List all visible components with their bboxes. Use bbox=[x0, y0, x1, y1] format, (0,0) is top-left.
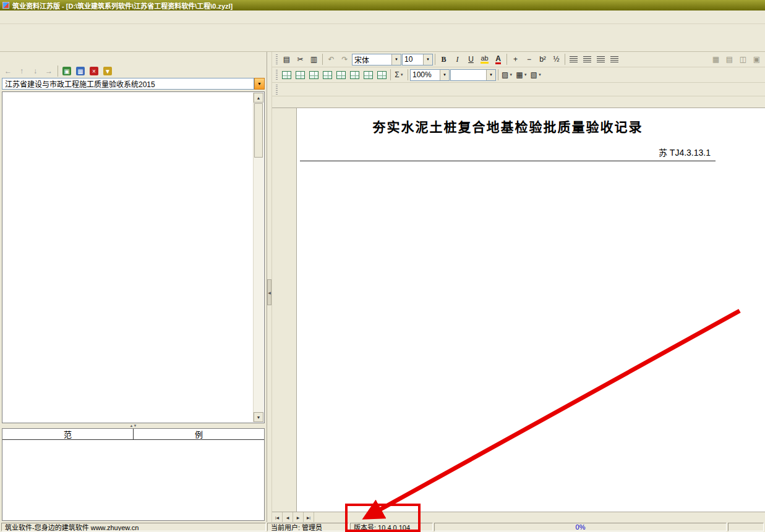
delete-row-button[interactable] bbox=[335, 69, 348, 81]
panel-splitter[interactable]: ▲▼ bbox=[0, 423, 267, 428]
highlight-button[interactable]: ab bbox=[478, 53, 491, 65]
table-toolbar: Σ▼ 100% ▼ ▼ ▨▼ ▦▼ ▧▼ bbox=[272, 67, 765, 83]
prev-sheet-button[interactable]: ◀ bbox=[283, 512, 293, 522]
align-right-icon bbox=[597, 56, 605, 63]
next-sheet-button[interactable]: ▶ bbox=[293, 512, 304, 522]
highlight-icon: ab bbox=[481, 55, 488, 64]
freeze-panes-button[interactable]: ▣ bbox=[750, 53, 763, 65]
italic-button[interactable]: I bbox=[451, 53, 464, 65]
fill-color-button[interactable]: ▨▼ bbox=[500, 69, 514, 81]
back-button[interactable]: ← bbox=[2, 65, 14, 77]
delete-table-button[interactable]: × bbox=[88, 65, 100, 77]
example-list[interactable] bbox=[2, 440, 264, 520]
align-left-icon bbox=[570, 56, 578, 63]
autosum-button[interactable]: Σ▼ bbox=[393, 69, 406, 81]
last-sheet-button[interactable]: ▶| bbox=[304, 512, 314, 522]
insert-row-button[interactable] bbox=[321, 69, 334, 81]
font-select[interactable]: 宋体 ▼ bbox=[352, 54, 401, 65]
split-cell-button[interactable] bbox=[307, 69, 320, 81]
increase-button[interactable]: + bbox=[509, 53, 522, 65]
split-cell-icon bbox=[309, 71, 318, 79]
status-bar: 筑业软件-您身边的建筑软件 www.zhuyew.cn 当前用户: 管理员 版本… bbox=[0, 522, 765, 532]
toolbar-grip[interactable] bbox=[276, 70, 278, 80]
align-center-button[interactable] bbox=[581, 53, 594, 65]
split-window-button[interactable]: ◫ bbox=[737, 53, 750, 65]
down-button[interactable]: ↓ bbox=[29, 65, 41, 77]
left-panel-tabs bbox=[0, 52, 267, 64]
sheet-tab-bar: |◀ ◀ ▶ ▶| bbox=[272, 512, 765, 522]
scroll-up-icon[interactable]: ▲ bbox=[254, 93, 263, 103]
splitter-bar[interactable]: ◀ bbox=[267, 52, 272, 522]
undo-button[interactable]: ↶ bbox=[325, 53, 338, 65]
zoom-select[interactable]: 100% ▼ bbox=[410, 69, 450, 81]
up-button[interactable]: ↑ bbox=[15, 65, 28, 77]
delete-row-icon bbox=[336, 71, 346, 79]
tree-scrollbar[interactable]: ▲ ▼ bbox=[253, 93, 263, 422]
decrease-button[interactable]: − bbox=[523, 53, 536, 65]
forward-button[interactable]: → bbox=[43, 65, 55, 77]
tree-nav-toolbar: ← ↑ ↓ → ▣ ▦ × ▼ bbox=[0, 64, 267, 78]
insert-column-icon bbox=[350, 71, 359, 79]
paste-icon: ▤ bbox=[283, 55, 290, 64]
expand-tree-button[interactable]: ▣ bbox=[61, 65, 73, 77]
filter-button[interactable]: ▼ bbox=[101, 65, 114, 77]
copy-table-button[interactable]: ▦ bbox=[74, 65, 87, 77]
app-icon bbox=[2, 2, 9, 9]
merge-cells-button[interactable] bbox=[280, 69, 293, 81]
superscript-button[interactable]: b² bbox=[536, 53, 549, 65]
redo-button[interactable]: ↷ bbox=[338, 53, 351, 65]
chevron-down-icon[interactable]: ▼ bbox=[486, 70, 495, 80]
pattern-icon: ▧ bbox=[531, 70, 537, 79]
chevron-down-icon: ▼ bbox=[400, 73, 404, 77]
border-style-button[interactable]: ▦▼ bbox=[515, 69, 528, 81]
paste-button[interactable]: ▤ bbox=[280, 53, 293, 65]
font-size-select[interactable]: 10 ▼ bbox=[402, 54, 433, 65]
info-table bbox=[300, 161, 716, 161]
status-progress: 0% bbox=[434, 523, 727, 531]
zoom-value: 100% bbox=[411, 70, 440, 79]
align-left-button[interactable] bbox=[567, 53, 580, 65]
fill-color-icon: ▨ bbox=[502, 70, 508, 79]
grid-lines-button[interactable]: ▦ bbox=[709, 53, 722, 65]
sheet-tab-filler bbox=[314, 512, 765, 522]
chevron-down-icon[interactable]: ▼ bbox=[391, 54, 401, 65]
expand-tree-icon: ▣ bbox=[62, 67, 71, 75]
bold-button[interactable]: B bbox=[437, 53, 450, 65]
catalog-select-dropdown[interactable]: ▼ bbox=[254, 78, 265, 90]
cut-button[interactable]: ✂ bbox=[294, 53, 307, 65]
editor-panel: ▤ ✂ ▥ ↶ ↷ 宋体 ▼ 10 ▼ B I U ab A + − b² ½ bbox=[272, 52, 765, 522]
scroll-down-icon[interactable]: ▼ bbox=[254, 412, 263, 422]
catalog-select[interactable]: 江苏省建设与市政工程施工质量验收系统2015 bbox=[2, 78, 254, 90]
scroll-thumb[interactable] bbox=[254, 103, 263, 158]
align-justify-icon bbox=[610, 56, 618, 63]
insert-column-button[interactable] bbox=[348, 69, 361, 81]
lock-cell-button[interactable] bbox=[375, 69, 388, 81]
frame-button[interactable]: ▤ bbox=[723, 53, 736, 65]
document-code: 苏 TJ4.3.13.1 bbox=[300, 143, 716, 161]
pattern-button[interactable]: ▧▼ bbox=[529, 69, 543, 81]
document-page[interactable]: 夯实水泥土桩复合地基检验批质量验收记录 苏 TJ4.3.13.1 bbox=[297, 108, 765, 512]
delete-icon: × bbox=[90, 67, 98, 75]
scroll-track[interactable] bbox=[254, 103, 263, 412]
fraction-button[interactable]: ½ bbox=[550, 53, 563, 65]
font-color-button[interactable]: A bbox=[492, 53, 505, 65]
collapse-left-button[interactable]: ◀ bbox=[267, 279, 271, 305]
chevron-down-icon[interactable]: ▼ bbox=[440, 70, 449, 80]
status-extra bbox=[728, 523, 764, 531]
quick-toolbar bbox=[272, 83, 765, 96]
catalog-tree: ▲ ▼ bbox=[2, 91, 265, 423]
align-right-button[interactable] bbox=[594, 53, 607, 65]
chevron-down-icon[interactable]: ▼ bbox=[423, 54, 432, 65]
format-toolbar: ▤ ✂ ▥ ↶ ↷ 宋体 ▼ 10 ▼ B I U ab A + − b² ½ bbox=[272, 52, 765, 67]
first-sheet-button[interactable]: |◀ bbox=[272, 512, 283, 522]
delete-column-button[interactable] bbox=[362, 69, 375, 81]
grid-icon: ▦ bbox=[712, 55, 719, 64]
style-select[interactable]: ▼ bbox=[450, 69, 496, 81]
align-justify-button[interactable] bbox=[608, 53, 621, 65]
border-style-icon: ▦ bbox=[516, 70, 523, 79]
toolbar-grip[interactable] bbox=[276, 54, 278, 64]
copy-button[interactable]: ▥ bbox=[307, 53, 320, 65]
underline-button[interactable]: U bbox=[464, 53, 477, 65]
toolbar-grip[interactable] bbox=[276, 85, 278, 95]
unmerge-cells-button[interactable] bbox=[294, 69, 307, 81]
